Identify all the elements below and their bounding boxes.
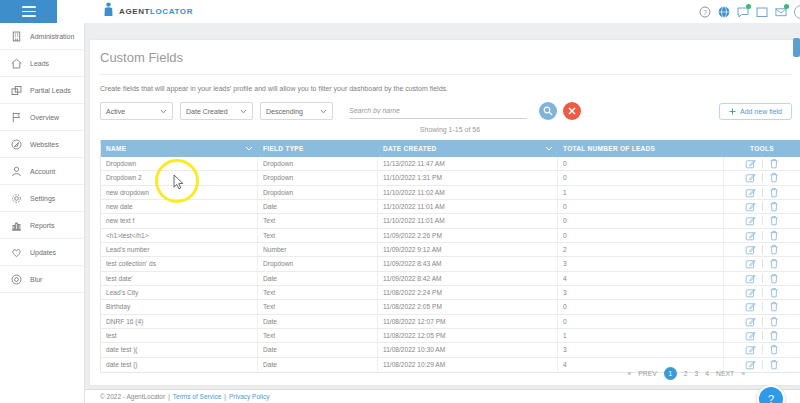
hamburger-menu-button[interactable] [0, 0, 57, 23]
sidebar-item-partial-leads[interactable]: Partial Leads [0, 77, 84, 104]
logo-person-icon [103, 2, 114, 21]
edit-button[interactable] [745, 258, 756, 269]
tool-divider [762, 259, 763, 268]
cell-total-leads: 3 [558, 286, 724, 299]
sort-order-select-value: Descending [266, 108, 303, 115]
delete-button[interactable] [769, 215, 779, 226]
help-icon[interactable]: ? [699, 6, 711, 18]
edit-button[interactable] [745, 273, 756, 284]
delete-button[interactable] [769, 258, 779, 269]
delete-button[interactable] [769, 230, 779, 241]
cell-tools [724, 229, 800, 242]
user-avatar-icon[interactable] [794, 5, 800, 19]
table-row: test Text 11/08/2022 12:05 PM 1 [101, 329, 800, 343]
globe-icon[interactable] [718, 6, 730, 18]
status-select[interactable]: Active [100, 102, 173, 120]
tool-divider [762, 188, 763, 197]
delete-button[interactable] [769, 344, 779, 355]
edit-button[interactable] [745, 230, 756, 241]
pagination-next[interactable]: NEXT [716, 370, 734, 377]
sidebar-item-administration[interactable]: Administration [0, 23, 84, 50]
edit-button[interactable] [745, 158, 756, 169]
table-body: Dropdown Dropdown 11/13/2022 11:47 AM 0 [101, 157, 800, 373]
sidebar-item-websites[interactable]: Websites [0, 131, 84, 158]
cell-field-type: Dropdown [258, 186, 378, 199]
mail-icon[interactable] [775, 6, 787, 18]
target-icon [10, 273, 23, 286]
sort-field-select[interactable]: Date Created [180, 102, 253, 120]
edit-button[interactable] [745, 187, 756, 198]
delete-button[interactable] [769, 187, 779, 198]
cell-date-created: 11/08/2022 12:07 PM [378, 315, 558, 328]
cell-date-created: 11/08/2022 2:24 PM [378, 286, 558, 299]
sidebar-item-overview[interactable]: Overview [0, 104, 84, 131]
window-icon[interactable] [756, 6, 768, 18]
edit-button[interactable] [745, 172, 756, 183]
delete-button[interactable] [769, 172, 779, 183]
pagination-page-3[interactable]: 3 [695, 370, 699, 377]
edit-icon [745, 301, 756, 312]
table-row: new text f Text 11/10/2022 11:01 AM 0 [101, 214, 800, 228]
add-new-field-button[interactable]: Add new field [719, 103, 792, 120]
column-header-name[interactable]: NAME [101, 140, 258, 157]
trash-icon [769, 230, 779, 241]
cell-date-created: 11/10/2022 11:02 AM [378, 186, 558, 199]
delete-button[interactable] [769, 359, 779, 370]
delete-button[interactable] [769, 287, 779, 298]
tool-divider [762, 231, 763, 240]
sidebar-item-account[interactable]: Account [0, 158, 84, 185]
column-header-tools: TOOLS [724, 140, 800, 157]
edit-button[interactable] [745, 201, 756, 212]
edit-button[interactable] [745, 330, 756, 341]
pagination-page-4[interactable]: 4 [705, 370, 709, 377]
edit-icon [745, 359, 756, 370]
table-row: DNRF 16 (4) Date 11/08/2022 12:07 PM 0 [101, 315, 800, 329]
app-logo[interactable]: AGENTLOCATOR [103, 0, 193, 23]
pagination-page-1[interactable]: 1 [664, 367, 677, 380]
scrollbar-thumb[interactable] [793, 38, 800, 57]
cell-date-created: 11/09/2022 9:12 AM [378, 243, 558, 256]
pagination-first[interactable]: « [627, 370, 631, 377]
edit-button[interactable] [745, 287, 756, 298]
delete-button[interactable] [769, 273, 779, 284]
edit-icon [745, 244, 756, 255]
edit-button[interactable] [745, 344, 756, 355]
cell-name: date test () [101, 358, 258, 372]
column-header-total-leads[interactable]: TOTAL NUMBER OF LEADS [558, 140, 724, 157]
sidebar-item-settings[interactable]: Settings [0, 185, 84, 212]
cell-name: test [101, 329, 258, 342]
edit-button[interactable] [745, 301, 756, 312]
sidebar-item-reports[interactable]: Reports [0, 212, 84, 239]
delete-button[interactable] [769, 158, 779, 169]
edit-button[interactable] [745, 359, 756, 370]
edit-button[interactable] [745, 316, 756, 327]
edit-icon [745, 215, 756, 226]
privacy-policy-link[interactable]: Privacy Policy [229, 393, 269, 400]
sort-order-select[interactable]: Descending [260, 102, 333, 120]
column-header-date-created[interactable]: DATE CREATED [378, 140, 558, 157]
pagination-last[interactable]: » [741, 370, 745, 377]
sidebar-item-updates[interactable]: Updates [0, 239, 84, 266]
sidebar-item-blur[interactable]: Blur [0, 266, 84, 293]
cell-field-type: Number [258, 243, 378, 256]
pagination-page-2[interactable]: 2 [684, 370, 688, 377]
sidebar-item-leads[interactable]: Leads [0, 50, 84, 77]
clear-search-button[interactable] [563, 102, 581, 120]
delete-button[interactable] [769, 301, 779, 312]
delete-button[interactable] [769, 201, 779, 212]
edit-button[interactable] [745, 244, 756, 255]
trash-icon [769, 330, 779, 341]
search-input[interactable] [349, 103, 527, 119]
terms-of-service-link[interactable]: Terms of Service [173, 393, 221, 400]
search-button[interactable] [539, 102, 557, 120]
column-header-field-type[interactable]: FIELD TYPE [258, 140, 378, 157]
edit-button[interactable] [745, 215, 756, 226]
delete-button[interactable] [769, 244, 779, 255]
delete-button[interactable] [769, 330, 779, 341]
chevron-down-icon [240, 109, 247, 114]
chat-icon[interactable] [737, 6, 749, 18]
cell-name: <h1>test</h1> [101, 229, 258, 242]
delete-button[interactable] [769, 316, 779, 327]
pagination-prev[interactable]: PREV [638, 370, 657, 377]
help-fab-button[interactable]: ? [757, 385, 785, 403]
